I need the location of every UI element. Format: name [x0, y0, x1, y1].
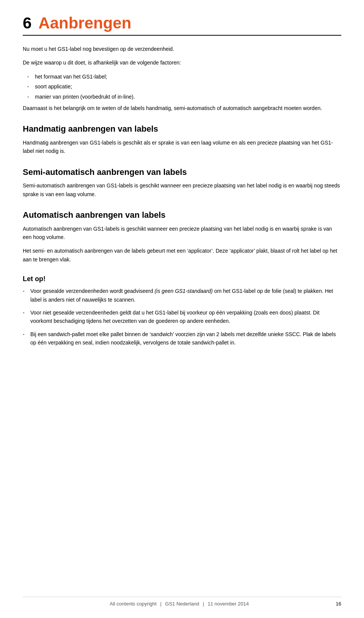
list-item: het formaat van het GS1-label; — [30, 72, 341, 81]
intro-line1: Nu moet u het GS1-label nog bevestigen o… — [23, 45, 341, 53]
page-footer: All contents copyright | GS1 Nederland |… — [23, 597, 341, 607]
letop-bullet-3: Bij een sandwich-pallet moet elke pallet… — [30, 331, 336, 346]
list-item: soort applicatie; — [30, 82, 341, 91]
letop-bullet-2: Voor niet gesealde verzendeenheden geldt… — [30, 310, 320, 324]
intro-line3: Daarnaast is het belangrijk om te weten … — [23, 104, 341, 112]
letop-bullet-1-normal: Voor gesealde verzendeenheden wordt gead… — [30, 288, 155, 294]
page-container: 6 Aanbrengen Nu moet u het GS1-label nog… — [0, 0, 364, 618]
footer-separator-2: | — [203, 601, 204, 607]
list-item: Voor gesealde verzendeenheden wordt gead… — [23, 287, 341, 304]
chapter-title: Aanbrengen — [38, 15, 131, 31]
chapter-number: 6 — [23, 15, 31, 31]
body-automatisch-1: Automatisch aanbrengen van GS1-labels is… — [23, 225, 341, 242]
heading-letop: Let op! — [23, 275, 341, 283]
body-handmatig: Handmatig aanbrengen van GS1-labels is g… — [23, 138, 341, 156]
heading-automatisch: Automatisch aanbrengen van labels — [23, 210, 341, 221]
list-item: Voor niet gesealde verzendeenheden geldt… — [23, 308, 341, 326]
intro-line2: De wijze waarop u dit doet, is afhankeli… — [23, 58, 341, 67]
body-automatisch-2: Het semi- en automatisch aanbrengen van … — [23, 247, 341, 264]
list-item: manier van printen (voorbedrukt of in-li… — [30, 93, 341, 101]
heading-semi: Semi-automatisch aanbrengen van labels — [23, 167, 341, 178]
footer-brand: GS1 Nederland — [165, 601, 199, 607]
letop-list: Voor gesealde verzendeenheden wordt gead… — [23, 287, 341, 347]
heading-handmatig: Handmatig aanbrengen van labels — [23, 124, 341, 135]
footer-date: 11 november 2014 — [208, 601, 249, 607]
list-item: Bij een sandwich-pallet moet elke pallet… — [23, 330, 341, 347]
page-number: 16 — [336, 601, 341, 607]
footer-separator-1: | — [160, 601, 162, 607]
letop-bullet-1-italic: (is geen GS1-standaard) — [155, 288, 213, 294]
footer-copyright: All contents copyright — [110, 601, 157, 607]
intro-bullet-list: het formaat van het GS1-label; soort app… — [30, 72, 341, 101]
body-semi: Semi-automatisch aanbrengen van GS1-labe… — [23, 181, 341, 198]
page-header: 6 Aanbrengen — [23, 15, 341, 36]
